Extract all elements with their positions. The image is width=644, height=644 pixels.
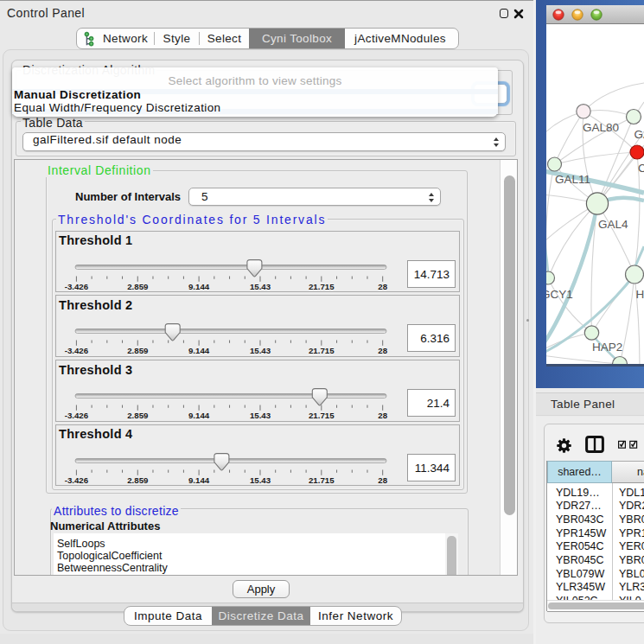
svg-text:-3.426: -3.426 [65,475,89,484]
svg-text:CY: CY [638,162,644,175]
svg-text:15.43: 15.43 [250,281,271,290]
svg-text:HI: HI [636,288,644,301]
svg-text:HAP2: HAP2 [592,341,622,354]
svg-text:2.859: 2.859 [127,411,149,420]
svg-text:15.43: 15.43 [250,475,271,484]
svg-text:28: 28 [378,475,387,484]
svg-text:9.144: 9.144 [188,346,210,355]
svg-text:2.859: 2.859 [127,475,149,484]
svg-text:GAL80: GAL80 [583,121,619,134]
svg-text:21.715: 21.715 [309,281,335,290]
svg-text:28: 28 [378,411,387,420]
svg-text:GCY1: GCY1 [546,288,573,301]
svg-text:GAL4: GAL4 [598,218,628,231]
svg-text:9.144: 9.144 [188,411,210,420]
svg-text:15.43: 15.43 [250,346,271,355]
svg-text:9.144: 9.144 [188,475,210,484]
svg-text:GAL11: GAL11 [555,173,590,186]
svg-text:2.859: 2.859 [127,346,149,355]
svg-text:-3.426: -3.426 [65,281,89,290]
svg-text:15.43: 15.43 [250,411,271,420]
svg-text:2.859: 2.859 [127,281,149,290]
svg-text:9.144: 9.144 [188,281,210,290]
svg-text:GA: GA [634,128,644,141]
svg-text:-3.426: -3.426 [65,346,89,355]
svg-text:28: 28 [378,346,387,355]
svg-text:21.715: 21.715 [309,411,335,420]
svg-text:28: 28 [378,281,387,290]
svg-text:-3.426: -3.426 [65,411,89,420]
svg-text:21.715: 21.715 [309,475,335,484]
svg-text:21.715: 21.715 [309,346,335,355]
